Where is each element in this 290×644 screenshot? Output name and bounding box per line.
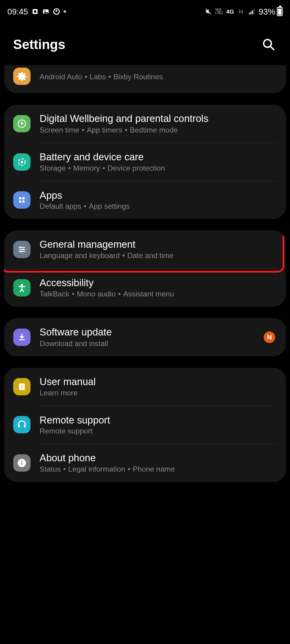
update-icon (53, 8, 61, 15)
settings-item-apps[interactable]: Apps Default apps•App settings (4, 181, 286, 219)
accessibility-icon (13, 279, 31, 296)
svg-point-10 (264, 40, 271, 47)
svg-point-22 (22, 249, 24, 250)
wellbeing-title: Digital Wellbeing and parental controls (40, 113, 277, 125)
general-management-title: General management (40, 239, 277, 251)
settings-group-device: Digital Wellbeing and parental controls … (4, 105, 286, 219)
mute-icon (205, 8, 212, 15)
page-header: Settings (0, 20, 290, 65)
svg-rect-7 (250, 11, 251, 14)
settings-item-remote-support[interactable]: Remote support Remote support (4, 406, 286, 444)
apps-icon (13, 191, 31, 209)
svg-point-16 (22, 197, 25, 200)
network-type: 4G (226, 8, 234, 15)
settings-group-advanced: Android Auto•Labs•Bixby Routines (4, 65, 286, 93)
remote-support-subtitle: Remote support (40, 427, 277, 436)
settings-item-user-manual[interactable]: ? User manual Learn more (4, 368, 286, 405)
settings-item-accessibility[interactable]: Accessibility TalkBack•Mono audio•Assist… (4, 269, 286, 307)
apps-subtitle: Default apps•App settings (40, 202, 277, 211)
svg-text:?: ? (21, 384, 23, 389)
settings-item-software-update[interactable]: Software update Download and install N (4, 318, 286, 356)
general-management-subtitle: Language and keyboard•Date and time (40, 252, 277, 260)
svg-point-25 (21, 284, 23, 286)
settings-item-advanced-features[interactable]: Android Auto•Labs•Bixby Routines (4, 65, 286, 93)
svg-rect-28 (18, 425, 20, 428)
svg-point-32 (21, 460, 22, 462)
page-title: Settings (13, 37, 65, 52)
status-more-dot (64, 10, 66, 13)
gallery-icon (42, 8, 50, 15)
software-update-title: Software update (40, 326, 255, 338)
accessibility-subtitle: TalkBack•Mono audio•Assistant menu (40, 290, 277, 299)
about-phone-title: About phone (40, 453, 277, 464)
status-icon-1 (31, 8, 39, 15)
settings-item-battery[interactable]: Battery and device care Storage•Memory•D… (4, 143, 286, 181)
settings-item-general-management[interactable]: General management Language and keyboard… (4, 230, 286, 268)
svg-point-1 (34, 10, 36, 13)
svg-point-18 (22, 201, 25, 203)
advanced-features-icon (13, 68, 31, 85)
svg-point-4 (54, 9, 59, 14)
settings-group-software: Software update Download and install N (4, 318, 286, 356)
user-manual-subtitle: Learn more (40, 389, 277, 397)
apps-title: Apps (40, 189, 277, 201)
signal-icon (248, 8, 255, 15)
battery-title: Battery and device care (40, 151, 277, 163)
svg-point-24 (21, 251, 22, 252)
settings-item-wellbeing[interactable]: Digital Wellbeing and parental controls … (4, 105, 286, 142)
settings-group-about: ? User manual Learn more Remote support … (4, 368, 286, 482)
status-time: 09:45 (8, 7, 28, 16)
battery-indicator: 93% (259, 7, 283, 16)
battery-care-icon (13, 153, 31, 171)
svg-rect-8 (252, 10, 253, 14)
general-management-icon (13, 241, 31, 258)
svg-point-20 (20, 247, 21, 248)
volte-indicator: Vo)) LTE1 (215, 8, 223, 15)
advanced-features-subtitle: Android Auto•Labs•Bixby Routines (40, 72, 277, 81)
svg-point-17 (19, 201, 21, 203)
svg-point-15 (19, 197, 21, 200)
user-manual-icon: ? (13, 378, 31, 395)
about-phone-subtitle: Status•Legal information•Phone name (40, 465, 277, 474)
wellbeing-icon (13, 115, 31, 132)
notification-badge: N (264, 332, 275, 343)
about-phone-icon (13, 454, 31, 472)
battery-subtitle: Storage•Memory•Device protection (40, 164, 277, 173)
settings-item-about-phone[interactable]: About phone Status•Legal information•Pho… (4, 444, 286, 482)
svg-rect-9 (254, 9, 255, 14)
search-icon (262, 38, 275, 51)
wellbeing-subtitle: Screen time•App timers•Bedtime mode (40, 126, 277, 134)
svg-rect-31 (21, 462, 22, 465)
svg-rect-6 (249, 13, 250, 14)
svg-rect-29 (24, 425, 25, 428)
software-update-icon (13, 329, 31, 346)
user-manual-title: User manual (40, 376, 277, 388)
svg-point-14 (21, 161, 23, 163)
search-button[interactable] (260, 36, 277, 53)
svg-point-3 (44, 10, 45, 11)
remote-support-icon (13, 416, 31, 433)
software-update-subtitle: Download and install (40, 339, 255, 348)
status-bar: 09:45 Vo)) LTE1 4G (0, 0, 290, 20)
settings-group-management: General management Language and keyboard… (4, 230, 286, 307)
svg-line-11 (270, 46, 274, 50)
accessibility-title: Accessibility (40, 277, 277, 289)
remote-support-title: Remote support (40, 414, 277, 426)
data-arrows-icon (237, 8, 245, 15)
